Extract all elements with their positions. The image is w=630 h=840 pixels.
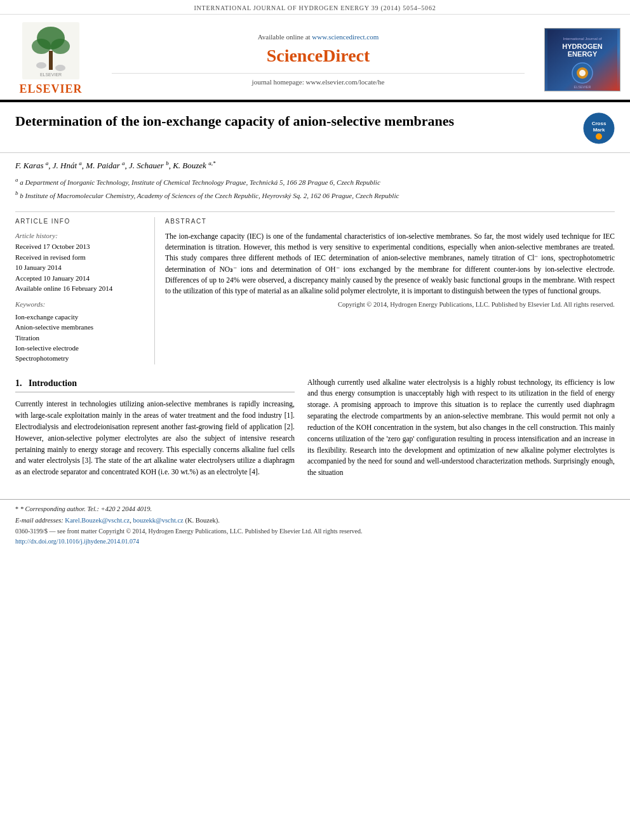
journal-cover: International Journal of HYDROGEN ENERGY… — [544, 28, 620, 91]
header-section: ELSEVIER ELSEVIER Available online at ww… — [0, 15, 630, 101]
main-content: 1. Introduction Currently interest in te… — [0, 364, 630, 489]
keyword-5: Spectrophotometry — [15, 354, 144, 363]
email-note: E-mail addresses: Karel.Bouzek@vscht.cz,… — [15, 516, 615, 526]
email1-link[interactable]: Karel.Bouzek@vscht.cz — [65, 517, 130, 524]
introduction-heading: 1. Introduction — [15, 377, 295, 393]
abstract-column: ABSTRACT The ion-exchange capacity (IEC)… — [155, 217, 615, 364]
issn-line: 0360-3199/$ — see front matter Copyright… — [15, 527, 615, 536]
svg-rect-4 — [49, 51, 53, 70]
elsevier-logo: ELSEVIER ELSEVIER — [19, 22, 82, 97]
article-info-label: ARTICLE INFO — [15, 217, 144, 226]
crossmark-icon: Cross Mark — [583, 112, 615, 144]
keyword-3: Titration — [15, 333, 144, 343]
crossmark-badge: Cross Mark — [583, 112, 615, 147]
abstract-label: ABSTRACT — [165, 217, 615, 226]
sciencedirect-brand: ScienceDirect — [267, 43, 370, 68]
elsevier-logo-area: ELSEVIER ELSEVIER — [0, 20, 102, 100]
email2-link[interactable]: bouzekk@vscht.cz — [133, 517, 183, 524]
keyword-4: Ion-selective electrode — [15, 343, 144, 353]
affiliation-b: b b Institute of Macromolecular Chemistr… — [15, 189, 615, 201]
svg-point-6 — [55, 65, 65, 71]
keywords-label: Keywords: — [15, 300, 144, 309]
abstract-text: The ion-exchange capacity (IEC) is one o… — [165, 231, 615, 297]
cover-image: International Journal of HYDROGEN ENERGY… — [547, 30, 617, 90]
section-title: Introduction — [29, 378, 77, 388]
svg-point-5 — [36, 62, 46, 69]
svg-text:Mark: Mark — [593, 127, 605, 133]
svg-text:Cross: Cross — [592, 121, 607, 126]
accepted-date: Accepted 10 January 2014 — [15, 274, 144, 283]
body-right-col: Although currently used alkaline water e… — [307, 377, 615, 483]
svg-text:ENERGY: ENERGY — [568, 50, 598, 58]
intro-paragraph-right-1: Although currently used alkaline water e… — [307, 377, 615, 479]
article-info-abstract-section: ARTICLE INFO Article history: Received 1… — [15, 211, 615, 364]
authors-line: F. Karas a, J. Hnát a, M. Paidar a, J. S… — [15, 159, 615, 172]
received-date: Received 17 October 2013 — [15, 242, 144, 251]
svg-point-2 — [32, 39, 51, 54]
svg-point-14 — [579, 70, 586, 76]
intro-paragraph-1: Currently interest in technologies utili… — [15, 399, 295, 478]
article-info-column: ARTICLE INFO Article history: Received 1… — [15, 217, 155, 364]
available-online-date: Available online 16 February 2014 — [15, 284, 144, 293]
svg-point-19 — [596, 133, 602, 140]
keyword-2: Anion-selective membranes — [15, 323, 144, 332]
available-online-text: Available online at www.sciencedirect.co… — [258, 32, 379, 42]
svg-point-3 — [51, 39, 70, 54]
email-name: (K. Bouzek). — [185, 517, 220, 524]
elsevier-brand-text: ELSEVIER — [19, 81, 82, 97]
copyright-text: Copyright © 2014, Hydrogen Energy Public… — [165, 300, 615, 310]
keyword-1: Ion-exchange capacity — [15, 312, 144, 322]
body-two-col: 1. Introduction Currently interest in te… — [15, 377, 615, 483]
journal-homepage: journal homepage: www.elsevier.com/locat… — [112, 73, 525, 87]
svg-text:HYDROGEN: HYDROGEN — [562, 43, 603, 50]
history-label: Article history: — [15, 231, 144, 241]
elsevier-tree-icon: ELSEVIER — [22, 22, 79, 79]
article-title: Determination of the ion-exchange capaci… — [15, 112, 583, 131]
journal-citation: INTERNATIONAL JOURNAL OF HYDROGEN ENERGY… — [194, 4, 436, 11]
received-revised-date: 10 January 2014 — [15, 263, 144, 272]
svg-text:International Journal of: International Journal of — [563, 37, 601, 41]
affiliation-a: a a Department of Inorganic Technology, … — [15, 176, 615, 187]
doi-link[interactable]: http://dx.doi.org/10.1016/j.ijhydene.201… — [15, 538, 139, 545]
authors-section: F. Karas a, J. Hnát a, M. Paidar a, J. S… — [0, 153, 630, 206]
footnotes-section: * * Corresponding author. Tel.: +420 2 2… — [0, 499, 630, 546]
corresponding-note: * * Corresponding author. Tel.: +420 2 2… — [15, 505, 615, 514]
svg-text:ELSEVIER: ELSEVIER — [574, 85, 591, 89]
body-left-col: 1. Introduction Currently interest in te… — [15, 377, 295, 483]
sciencedirect-url[interactable]: www.sciencedirect.com — [312, 33, 379, 41]
journal-top-bar: INTERNATIONAL JOURNAL OF HYDROGEN ENERGY… — [0, 0, 630, 15]
received-revised-label: Received in revised form — [15, 253, 144, 262]
section-number: 1. — [15, 378, 22, 388]
journal-cover-area: International Journal of HYDROGEN ENERGY… — [535, 20, 630, 100]
doi-line: http://dx.doi.org/10.1016/j.ijhydene.201… — [15, 537, 615, 546]
header-center: Available online at www.sciencedirect.co… — [102, 20, 535, 100]
svg-text:ELSEVIER: ELSEVIER — [40, 72, 62, 77]
article-title-section: Determination of the ion-exchange capaci… — [0, 102, 630, 153]
